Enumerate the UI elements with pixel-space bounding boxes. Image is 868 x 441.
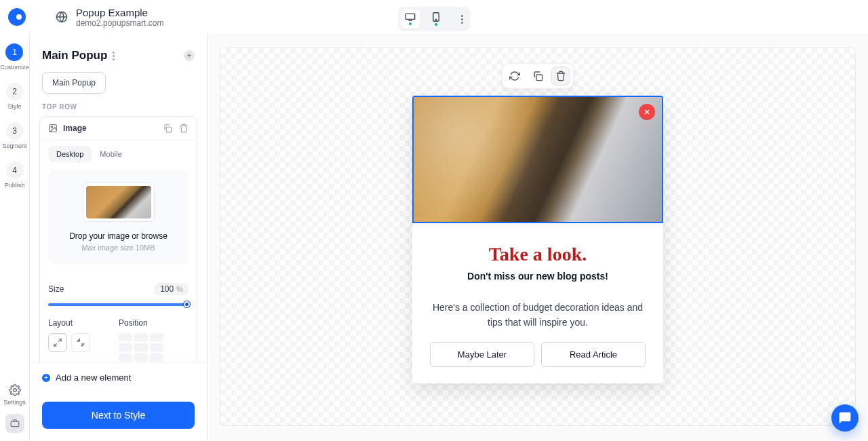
slider-handle[interactable] (184, 301, 190, 307)
add-popup-button[interactable]: + (184, 50, 195, 61)
size-unit: % (176, 285, 183, 293)
support-chat-fab[interactable] (831, 404, 859, 432)
read-article-button[interactable]: Read Article (541, 342, 646, 367)
copy-icon[interactable] (163, 123, 172, 133)
rail-step-customize[interactable]: 1 Customize (0, 43, 29, 71)
contract-icon (76, 338, 85, 347)
device-tabs: Desktop Mobile (40, 140, 197, 170)
svg-rect-9 (536, 75, 542, 81)
trash-icon[interactable] (179, 123, 189, 133)
desktop-preview-button[interactable] (401, 9, 420, 28)
trash-icon (555, 71, 566, 81)
pos-top-right[interactable] (150, 333, 163, 341)
device-preview-switch (398, 7, 470, 31)
active-indicator-dot (409, 22, 412, 25)
plus-icon: + (42, 374, 50, 382)
expand-icon (53, 338, 62, 347)
image-thumbnail (86, 186, 151, 218)
add-element-label: Add a new element (56, 372, 131, 383)
card-header[interactable]: Image (40, 117, 197, 140)
svg-rect-1 (406, 14, 414, 19)
popup-image-selected[interactable] (412, 96, 663, 223)
copy-icon (532, 71, 543, 81)
top-header: Popup Example demo2.popupsmart.com (0, 0, 868, 34)
pos-top-left[interactable] (119, 333, 132, 341)
project-domain: demo2.popupsmart.com (76, 18, 163, 28)
panel-header: Main Popup + (30, 34, 207, 72)
step-number-badge: 4 (6, 161, 24, 179)
svg-rect-5 (11, 421, 19, 427)
panel-title: Main Popup (42, 49, 107, 62)
svg-point-3 (435, 20, 436, 20)
gear-icon (9, 384, 21, 396)
size-value-box[interactable]: 100 % (155, 283, 189, 295)
briefcase-icon (10, 419, 20, 428)
refresh-button[interactable] (505, 66, 524, 85)
next-to-style-button[interactable]: Next to Style (42, 402, 195, 429)
layout-contract-button[interactable] (71, 333, 90, 352)
pos-mid-right[interactable] (150, 343, 163, 351)
image-dropzone[interactable]: Drop your image or browse Max image size… (48, 170, 189, 264)
element-card-image: Image Desktop Mobile Drop you (39, 116, 197, 362)
image-icon (48, 123, 58, 133)
canvas: Take a look. Don't miss our new blog pos… (208, 34, 868, 441)
rail-step-segment[interactable]: 3 Segment (2, 122, 26, 149)
section-label-top-row: TOP ROW (30, 103, 207, 116)
workspace-button[interactable] (5, 414, 24, 433)
dropzone-instruction: Drop your image or browse (69, 231, 167, 241)
rail-step-style[interactable]: 2 Style (6, 83, 24, 110)
step-rail: 1 Customize 2 Style 3 Segment 4 Publish … (0, 34, 30, 441)
pos-bot-right[interactable] (150, 353, 163, 362)
rail-step-publish[interactable]: 4 Publish (5, 161, 25, 189)
popup-preview[interactable]: Take a look. Don't miss our new blog pos… (412, 96, 663, 383)
popup-subheading[interactable]: Don't miss our new blog posts! (430, 271, 646, 282)
element-floating-toolbar (502, 63, 574, 89)
pos-top-center[interactable] (134, 333, 148, 341)
step-number-badge: 2 (6, 83, 24, 100)
sidebar-footer: + Add a new element Next to Style (30, 362, 207, 441)
popup-selector-pill[interactable]: Main Popup (42, 72, 106, 94)
settings-label: Settings (3, 399, 26, 406)
layout-label: Layout (48, 318, 90, 328)
image-thumbnail-frame (83, 183, 155, 222)
layout-expand-button[interactable] (48, 333, 67, 352)
pos-bot-left[interactable] (119, 353, 132, 362)
rail-settings-button[interactable]: Settings (3, 384, 26, 406)
step-number-badge: 3 (6, 122, 24, 140)
tab-mobile[interactable]: Mobile (92, 146, 130, 162)
artboard[interactable]: Take a look. Don't miss our new blog pos… (220, 47, 856, 426)
maybe-later-button[interactable]: Maybe Later (430, 342, 534, 367)
position-label: Position (119, 318, 163, 328)
size-slider[interactable] (48, 303, 189, 306)
step-label: Style (7, 103, 21, 110)
panel-more-menu[interactable] (113, 52, 115, 60)
device-more-menu[interactable] (456, 15, 467, 24)
layout-position-row: Layout Position (40, 315, 197, 362)
size-value: 100 (160, 284, 174, 294)
position-grid (119, 333, 163, 362)
pos-mid-left[interactable] (119, 343, 132, 351)
delete-button[interactable] (551, 66, 570, 85)
svg-point-7 (51, 126, 52, 128)
step-label: Segment (2, 142, 26, 149)
pos-mid-center[interactable] (134, 343, 148, 351)
add-new-element-button[interactable]: + Add a new element (42, 372, 195, 383)
size-label: Size (48, 284, 155, 294)
inspector-scroll-area: Image Desktop Mobile Drop you (30, 116, 207, 362)
dropzone-hint: Max image size 10MB (81, 244, 155, 252)
tab-desktop[interactable]: Desktop (48, 146, 92, 162)
mobile-preview-button[interactable] (427, 9, 446, 28)
popup-paragraph[interactable]: Here's a collection of budget decoration… (430, 301, 646, 330)
popup-hero-image (414, 97, 662, 222)
project-title-block: Popup Example demo2.popupsmart.com (76, 7, 163, 28)
popup-body: Take a look. Don't miss our new blog pos… (412, 223, 663, 383)
card-title: Image (63, 123, 163, 133)
project-title: Popup Example (76, 7, 163, 18)
pos-bot-center[interactable] (134, 353, 148, 362)
popup-close-button[interactable] (639, 104, 655, 120)
step-label: Publish (5, 182, 25, 189)
duplicate-button[interactable] (528, 66, 547, 85)
close-icon (643, 108, 651, 116)
brand-logo[interactable] (8, 8, 26, 26)
popup-heading[interactable]: Take a look. (430, 244, 646, 265)
